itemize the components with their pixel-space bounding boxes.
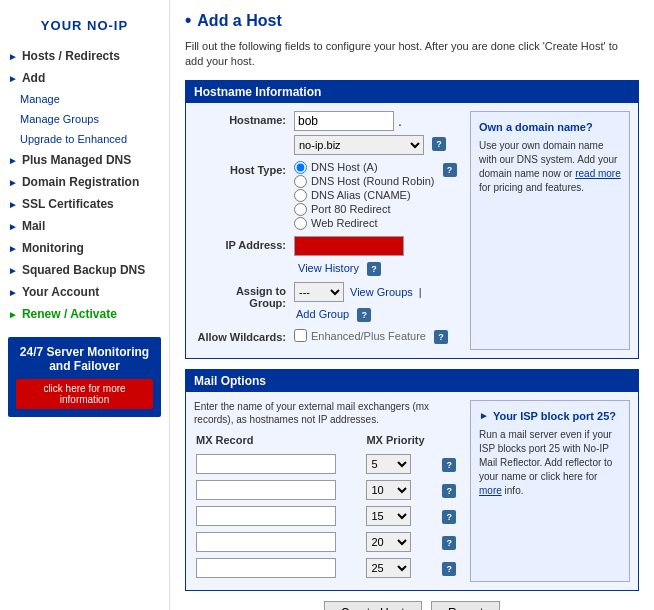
group-help-icon[interactable]: ? (357, 308, 371, 322)
sidebar: YOUR NO-IP ► Hosts / Redirects ► Add Man… (0, 0, 170, 610)
mail-description: Enter the name of your external mail exc… (194, 400, 462, 426)
hostname-form: Hostname: . no-ip.biz no-ip.com no-ip.or… (194, 111, 462, 350)
mx-input-2[interactable] (196, 480, 336, 500)
isp-box-title: ► Your ISP block port 25? (479, 409, 621, 424)
sidebar-item-renew[interactable]: ► Renew / Activate (0, 303, 169, 325)
host-type-row: Host Type: DNS Host (A) DNS H (194, 161, 462, 230)
radio-round-robin-input[interactable] (294, 175, 307, 188)
mx-input-5[interactable] (196, 558, 336, 578)
sidebar-item-upgrade[interactable]: Upgrade to Enhanced (0, 129, 169, 149)
priority-select-4[interactable]: 510152025 (366, 532, 411, 552)
priority-select-1[interactable]: 510152025 (366, 454, 411, 474)
host-type-help-icon[interactable]: ? (443, 163, 457, 177)
sidebar-item-account[interactable]: ► Your Account (0, 281, 169, 303)
radio-web-redirect-input[interactable] (294, 217, 307, 230)
wildcards-row: Allow Wildcards: Enhanced/Plus Feature ? (194, 328, 462, 344)
hostname-inner: Hostname: . no-ip.biz no-ip.com no-ip.or… (194, 111, 630, 350)
radio-port80[interactable]: Port 80 Redirect (294, 203, 435, 216)
arrow-icon: ► (8, 51, 18, 62)
sidebar-item-manage-groups[interactable]: Manage Groups (0, 109, 169, 129)
title-bullet: • (185, 10, 191, 31)
revert-button[interactable]: Revert (431, 601, 500, 610)
priority-select-5[interactable]: 510152025 (366, 558, 411, 578)
wildcards-checkbox[interactable] (294, 329, 307, 342)
sidebar-item-ssl[interactable]: ► SSL Certificates (0, 193, 169, 215)
mx-input-4[interactable] (196, 532, 336, 552)
radio-dns-host-a-input[interactable] (294, 161, 307, 174)
sidebar-item-domain-reg[interactable]: ► Domain Registration (0, 171, 169, 193)
arrow-icon-active: ► (8, 309, 18, 320)
view-groups-link[interactable]: View Groups (350, 286, 413, 298)
assign-group-label: Assign toGroup: (194, 282, 294, 309)
own-domain-box: Own a domain name? Use your own domain n… (470, 111, 630, 350)
sidebar-item-hosts-redirects[interactable]: ► Hosts / Redirects (0, 45, 169, 67)
sidebar-item-plus-dns[interactable]: ► Plus Managed DNS (0, 149, 169, 171)
hostname-input[interactable] (294, 111, 394, 131)
arrow-icon: ► (8, 287, 18, 298)
monitor-box: 24/7 Server Monitoring and Failover clic… (8, 337, 161, 417)
assign-group-row: Assign toGroup: --- View Groups | Add Gr… (194, 282, 462, 322)
mx-row-5: 510152025 ? (196, 556, 460, 580)
mx-help-2[interactable]: ? (442, 484, 456, 498)
radio-port80-input[interactable] (294, 203, 307, 216)
arrow-icon: ► (8, 177, 18, 188)
view-history-link[interactable]: View History (298, 262, 359, 274)
sidebar-item-mail[interactable]: ► Mail (0, 215, 169, 237)
radio-web-redirect[interactable]: Web Redirect (294, 217, 435, 230)
sidebar-item-add[interactable]: ► Add (0, 67, 169, 89)
hostname-help-icon[interactable]: ? (432, 137, 446, 151)
sidebar-item-manage[interactable]: Manage (0, 89, 169, 109)
wildcards-label: Allow Wildcards: (194, 328, 294, 343)
ip-help-icon[interactable]: ? (367, 262, 381, 276)
hostname-dot: . (398, 111, 402, 129)
page-description: Fill out the following fields to configu… (185, 39, 639, 70)
priority-select-3[interactable]: 510152025 (366, 506, 411, 526)
isp-arrow-icon: ► (479, 409, 489, 423)
host-type-controls: DNS Host (A) DNS Host (Round Robin) DNS … (294, 161, 462, 230)
mail-section-header: Mail Options (186, 370, 638, 392)
mx-help-4[interactable]: ? (442, 536, 456, 550)
ip-address-label: IP Address: (194, 236, 294, 251)
mx-input-1[interactable] (196, 454, 336, 474)
arrow-icon: ► (8, 221, 18, 232)
radio-dns-host-a[interactable]: DNS Host (A) (294, 161, 435, 174)
wildcards-controls: Enhanced/Plus Feature ? (294, 328, 462, 344)
mx-help-5[interactable]: ? (442, 562, 456, 576)
mx-row-1: 510152025 ? (196, 452, 460, 476)
mx-input-3[interactable] (196, 506, 336, 526)
domain-select[interactable]: no-ip.biz no-ip.com no-ip.org ddns.net (294, 135, 424, 155)
mx-col-header: MX Record (196, 434, 364, 450)
own-domain-read-more-link[interactable]: read more (575, 168, 621, 179)
sidebar-item-monitoring[interactable]: ► Monitoring (0, 237, 169, 259)
wildcards-help-icon[interactable]: ? (434, 330, 448, 344)
add-group-link[interactable]: Add Group (296, 308, 349, 320)
mail-section: Mail Options Enter the name of your exte… (185, 369, 639, 591)
radio-cname-input[interactable] (294, 189, 307, 202)
page-title: • Add a Host (185, 10, 639, 31)
ip-address-input[interactable] (294, 236, 404, 256)
mx-row-2: 510152025 ? (196, 478, 460, 502)
group-select[interactable]: --- (294, 282, 344, 302)
mail-body: Enter the name of your external mail exc… (186, 392, 638, 590)
ip-address-controls: View History ? (294, 236, 462, 276)
assign-group-controls: --- View Groups | Add Group ? (294, 282, 462, 322)
hostname-section: Hostname Information Hostname: . no-ip.b… (185, 80, 639, 359)
host-type-label: Host Type: (194, 161, 294, 176)
sidebar-item-squared-backup[interactable]: ► Squared Backup DNS (0, 259, 169, 281)
hostname-body: Hostname: . no-ip.biz no-ip.com no-ip.or… (186, 103, 638, 358)
isp-more-link[interactable]: more (479, 485, 502, 496)
wildcards-feature-label: Enhanced/Plus Feature (311, 330, 426, 342)
mail-table: MX Record MX Priority 510152025 (194, 432, 462, 582)
priority-select-2[interactable]: 510152025 (366, 480, 411, 500)
mx-help-1[interactable]: ? (442, 458, 456, 472)
radio-cname[interactable]: DNS Alias (CNAME) (294, 189, 435, 202)
main-content: • Add a Host Fill out the following fiel… (170, 0, 654, 610)
create-host-button[interactable]: Create Host (324, 601, 422, 610)
own-domain-title: Own a domain name? (479, 120, 621, 135)
mx-help-3[interactable]: ? (442, 510, 456, 524)
isp-box: ► Your ISP block port 25? Run a mail ser… (470, 400, 630, 582)
monitor-more-button[interactable]: click here for more information (16, 379, 153, 409)
arrow-icon: ► (8, 265, 18, 276)
radio-round-robin[interactable]: DNS Host (Round Robin) (294, 175, 435, 188)
own-domain-text2: for pricing and features. (479, 182, 584, 193)
